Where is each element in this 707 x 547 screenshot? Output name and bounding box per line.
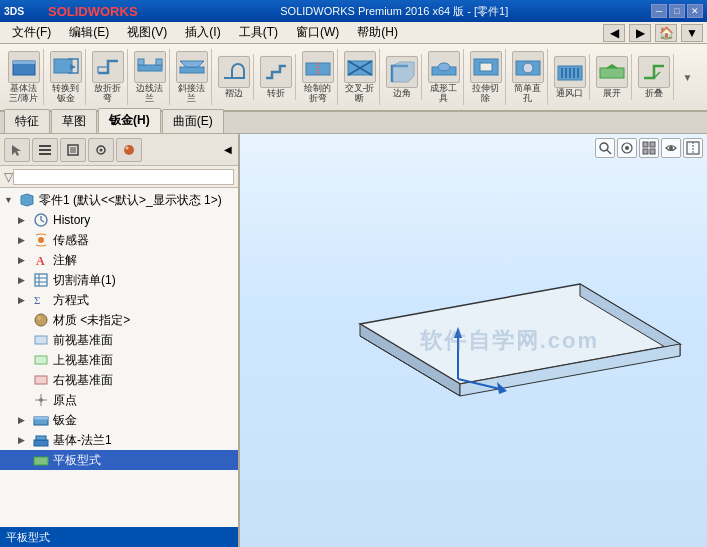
rightplane-label: 右视基准面 [53,372,113,389]
3d-viewport[interactable]: 软件自学网.com [240,134,707,547]
sketched-bend-icon[interactable] [302,51,334,83]
svg-rect-67 [650,149,655,154]
tool-convert[interactable]: 转换到钣金 [46,49,86,106]
toolbar-expand[interactable]: ▼ [676,68,695,87]
tab-sheetmetal[interactable]: 钣金(H) [98,108,161,133]
frontplane-label: 前视基准面 [53,332,113,349]
corner-icon[interactable] [386,56,418,88]
cross-break-icon[interactable] [344,51,376,83]
menu-help[interactable]: 帮助(H) [349,22,406,43]
tree-item-equation[interactable]: ▶ Σ 方程式 [0,290,238,310]
property-manager-button[interactable] [60,138,86,162]
tool-vent[interactable]: 通风口 [550,54,590,101]
home-button[interactable]: 🏠 [655,24,677,42]
unfold-icon[interactable] [596,56,628,88]
tool-forming[interactable]: 成形工具 [424,49,464,106]
base-method-icon[interactable] [8,51,40,83]
panel-expand-arrow[interactable]: ◀ [222,142,234,157]
tool-fold[interactable]: 折叠 [634,54,674,101]
fold-bend-icon[interactable] [92,51,124,83]
tool-extrude-cut[interactable]: 拉伸切除 [466,49,506,106]
menu-edit[interactable]: 编辑(E) [61,22,117,43]
forming-icon[interactable] [428,51,460,83]
svg-marker-71 [360,284,680,384]
config-manager-button[interactable] [88,138,114,162]
nav-forward-button[interactable]: ▶ [629,24,651,42]
tab-feature[interactable]: 特征 [4,109,50,133]
close-button[interactable]: ✕ [687,4,703,18]
hem-icon[interactable] [218,56,250,88]
topplane-icon [32,352,50,368]
filter-input[interactable] [13,169,234,185]
tool-edge-flange[interactable]: 边线法兰 [130,49,170,106]
menu-view[interactable]: 视图(V) [119,22,175,43]
svg-rect-28 [39,153,51,155]
cross-break-label: 交叉-折断 [345,84,375,104]
minimize-button[interactable]: ─ [651,4,667,18]
svg-point-34 [100,148,103,151]
sketched-bend-label: 绘制的折弯 [304,84,331,104]
tree-item-baseflange[interactable]: ▶ 基体-法兰1 [0,430,238,450]
feature-manager-button[interactable] [32,138,58,162]
tool-jog[interactable]: 转折 [256,54,296,101]
svg-point-18 [523,63,533,73]
svg-rect-7 [180,67,204,73]
svg-point-48 [37,316,41,320]
tool-cross-break[interactable]: 交叉-折断 [340,49,380,106]
tree-root[interactable]: ▼ 零件1 (默认<<默认>_显示状态 1>) [0,190,238,210]
tab-surface[interactable]: 曲面(E) [162,109,224,133]
nav-back-button[interactable]: ◀ [603,24,625,42]
tree-item-sensor[interactable]: ▶ 传感器 [0,230,238,250]
jog-icon[interactable] [260,56,292,88]
tool-unfold[interactable]: 展开 [592,54,632,101]
hide-show-button[interactable] [661,138,681,158]
flatpattern-label: 平板型式 [53,452,101,469]
tool-fold-bend[interactable]: 放折折弯 [88,49,128,106]
tree-item-annotation[interactable]: ▶ A 注解 [0,250,238,270]
maximize-button[interactable]: □ [669,4,685,18]
tree-item-sheetmetal[interactable]: ▶ 钣金 [0,410,238,430]
tool-corner[interactable]: 边角 [382,54,422,101]
section-view-button[interactable] [683,138,703,158]
tree-item-history[interactable]: ▶ History [0,210,238,230]
menu-insert[interactable]: 插入(I) [177,22,228,43]
tree-item-frontplane[interactable]: 前视基准面 [0,330,238,350]
tool-base-method[interactable]: 基体法三/薄片 [4,49,44,106]
zoom-to-fit-button[interactable] [595,138,615,158]
tree-item-material[interactable]: 材质 <未指定> [0,310,238,330]
edge-flange-icon[interactable] [134,51,166,83]
feature-tabbar: 特征 草图 钣金(H) 曲面(E) [0,112,707,134]
tree-item-topplane[interactable]: 上视基准面 [0,350,238,370]
simple-hole-icon[interactable] [512,51,544,83]
svg-text:Σ: Σ [34,294,40,306]
tree-item-origin[interactable]: 原点 [0,390,238,410]
fold-icon[interactable] [638,56,670,88]
tool-sketched-bend[interactable]: 绘制的折弯 [298,49,338,106]
tool-hem[interactable]: 褶边 [214,54,254,101]
tree-item-rightplane[interactable]: 右视基准面 [0,370,238,390]
tool-simple-hole[interactable]: 简单直孔 [508,49,548,106]
miter-flange-icon[interactable] [176,51,208,83]
pointer-tool[interactable] [4,138,30,162]
tree-item-flatpattern[interactable]: 平板型式 [0,450,238,470]
convert-icon[interactable] [50,51,82,83]
svg-rect-51 [35,376,47,384]
annotation-label: 注解 [53,252,77,269]
menu-tools[interactable]: 工具(T) [231,22,286,43]
display-style-button[interactable] [639,138,659,158]
expand-arrow-icon[interactable]: ▼ [680,68,695,87]
menu-window[interactable]: 窗口(W) [288,22,347,43]
tool-miter-flange[interactable]: 斜接法兰 [172,49,212,106]
tab-sketch[interactable]: 草图 [51,109,97,133]
down-arrow-button[interactable]: ▼ [681,24,703,42]
tree-item-cutlist[interactable]: ▶ 切割清单(1) [0,270,238,290]
bottom-panel-indicator: 平板型式 [0,527,238,547]
fold-bend-label: 放折折弯 [94,84,121,104]
vent-icon[interactable] [554,56,586,88]
extrude-cut-icon[interactable] [470,51,502,83]
appearance-button[interactable] [116,138,142,162]
fold-label: 折叠 [645,89,663,99]
menu-file[interactable]: 文件(F) [4,22,59,43]
view-options-button[interactable] [617,138,637,158]
hem-label: 褶边 [225,89,243,99]
